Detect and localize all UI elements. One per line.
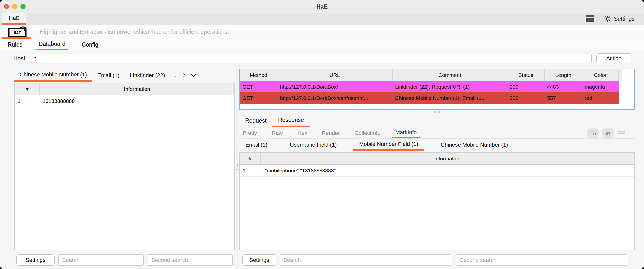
cell-length: 557	[544, 92, 582, 104]
request-list-table[interactable]: Method URL Comment Status Length Color G…	[239, 69, 634, 110]
request-row-red[interactable]: GET http://127.0.0.1/DoraBox/csrf/userin…	[240, 92, 634, 104]
markinfo-table[interactable]: # Information 1 "mobilephone":"131888888…	[239, 152, 634, 250]
table-header: # Information	[15, 83, 234, 95]
tab-rules[interactable]: Rules	[6, 39, 25, 50]
tab-mark-username-field[interactable]: Username Field (1)	[284, 139, 343, 151]
left-search-input[interactable]	[58, 254, 144, 266]
left-panel: Chinese Mobile Number (1) Email (1) Link…	[0, 66, 236, 269]
column-header-information[interactable]: Information	[260, 153, 634, 164]
cell-url: http://127.0.0.1/DoraBox/	[277, 81, 393, 92]
column-header-filler	[618, 69, 634, 81]
cell-filler	[618, 92, 634, 104]
tab-mark-email[interactable]: Email (1)	[239, 139, 273, 151]
hae-logo: HAE	[8, 26, 29, 38]
message-tabs: Request Response	[239, 114, 634, 127]
column-header-length[interactable]: Length	[544, 69, 582, 81]
left-settings-button[interactable]: Settings	[16, 254, 55, 266]
left-second-search-input[interactable]	[148, 254, 232, 266]
nav-tabs: Rules Databoard Config	[0, 39, 644, 50]
hae-window: HaE HaE Settings HAE	[0, 0, 644, 269]
right-panel-footer: Settings	[239, 254, 634, 266]
cell-length: 4483	[544, 81, 582, 92]
tab-hae[interactable]: HaE	[2, 13, 26, 25]
tab-mark-chinese-mobile-number[interactable]: Chinese Mobile Number (1)	[435, 139, 514, 151]
table-row[interactable]: 1 13188888888	[15, 95, 234, 107]
column-header-color[interactable]: Color	[582, 69, 618, 81]
markinfo-tabs: Email (1) Username Field (1) Mobile Numb…	[239, 139, 634, 151]
hamburger-menu-icon[interactable]	[617, 130, 626, 136]
cell-color: magenta	[582, 81, 618, 92]
left-data-tabs: Chinese Mobile Number (1) Email (1) Link…	[14, 69, 234, 82]
tab-hex[interactable]: Hex	[294, 127, 310, 138]
splitter-handle-icon	[236, 164, 238, 170]
tab-config[interactable]: Config	[80, 39, 100, 50]
host-label: Host:	[14, 55, 27, 62]
window-title: HaE	[0, 0, 644, 13]
view-tabs: Pretty Raw Hex Render CollectInfo MarkIn…	[239, 127, 634, 139]
right-second-search-input[interactable]	[456, 254, 628, 266]
request-row-magenta[interactable]: GET http://127.0.0.1/DoraBox/ Linkfinder…	[240, 81, 634, 92]
logo-active-underline	[2, 37, 31, 39]
right-settings-button[interactable]: Settings	[242, 254, 276, 266]
settings-label: Settings	[614, 16, 634, 22]
cell-color: red	[582, 92, 618, 104]
left-info-table[interactable]: # Information 1 13188888888	[14, 83, 234, 250]
panel-splitter-horizontal[interactable]	[239, 110, 634, 114]
column-header-num[interactable]: #	[15, 83, 40, 95]
tab-overflow-controls: ..	[175, 69, 196, 82]
splitter-handle-icon	[434, 111, 440, 113]
chevron-down-icon[interactable]	[190, 73, 196, 77]
tab-email[interactable]: Email (1)	[92, 69, 125, 82]
word-wrap-icon[interactable]	[587, 128, 598, 138]
cell-url: http://127.0.0.1/DoraBox/csrf/userinf...	[277, 92, 393, 104]
cell-comment: Linkfinder (22), Request URI (1)	[393, 81, 507, 92]
column-header-status[interactable]: Status	[507, 69, 544, 81]
column-header-information[interactable]: Information	[40, 83, 234, 95]
tab-pretty[interactable]: Pretty	[239, 127, 260, 138]
titlebar: HaE	[0, 0, 644, 13]
tab-collectinfo[interactable]: CollectInfo	[352, 127, 384, 138]
newline-icon-label: \n	[606, 130, 610, 136]
extension-tabbar: HaE Settings	[0, 13, 644, 25]
chevron-right-icon[interactable]	[181, 73, 187, 78]
column-header-method[interactable]: Method	[240, 69, 277, 81]
host-input[interactable]	[31, 54, 592, 63]
panel-splitter-vertical[interactable]	[236, 66, 238, 269]
column-header-num[interactable]: #	[240, 153, 260, 164]
column-header-comment[interactable]: Comment	[393, 69, 507, 81]
newline-icon[interactable]: \n	[602, 128, 614, 138]
left-panel-footer: Settings	[14, 254, 234, 266]
table-header: # Information	[240, 153, 634, 165]
settings-menu-button[interactable]: Settings	[604, 15, 634, 23]
request-table-header: Method URL Comment Status Length Color	[240, 69, 634, 81]
tab-request[interactable]: Request	[239, 114, 272, 127]
dock-panel-icon[interactable]	[586, 15, 594, 23]
tab-overflow-label: ..	[175, 72, 178, 79]
tabbar-divider	[598, 14, 599, 24]
tab-markinfo[interactable]: MarkInfo	[392, 127, 420, 138]
column-header-url[interactable]: URL	[277, 69, 393, 81]
banner-subtitle: Highlighter and Extractor - Empower ethi…	[40, 29, 229, 35]
right-search-input[interactable]	[280, 254, 452, 266]
tab-raw[interactable]: Raw	[268, 127, 286, 138]
row-information: "mobilephone":"13188888888"	[260, 165, 634, 176]
row-num: 1	[15, 95, 40, 107]
cell-status: 200	[507, 81, 544, 92]
tab-mark-mobile-number-field[interactable]: Mobile Number Field (1)	[353, 139, 424, 151]
tab-render[interactable]: Render	[319, 127, 343, 138]
cell-comment: Chinese Mobile Number (1), Email (1...	[393, 92, 507, 104]
view-toolbar-icons: \n	[587, 127, 626, 138]
action-button[interactable]: Action	[596, 53, 631, 63]
databoard-content: Chinese Mobile Number (1) Email (1) Link…	[0, 66, 644, 269]
tab-chinese-mobile-number[interactable]: Chinese Mobile Number (1)	[14, 69, 92, 82]
tab-response[interactable]: Response	[272, 114, 310, 127]
table-row[interactable]: 1 "mobilephone":"13188888888"	[240, 165, 634, 177]
cell-filler	[618, 81, 634, 92]
tab-linkfinder[interactable]: Linkfinder (22)	[125, 69, 170, 82]
row-num: 1	[240, 165, 260, 176]
cell-method: GET	[240, 81, 277, 92]
tab-databoard[interactable]: Databoard	[36, 39, 68, 50]
svg-text:HAE: HAE	[14, 31, 21, 35]
row-information: 13188888888	[40, 95, 234, 107]
right-panel: Method URL Comment Status Length Color G…	[238, 66, 644, 269]
